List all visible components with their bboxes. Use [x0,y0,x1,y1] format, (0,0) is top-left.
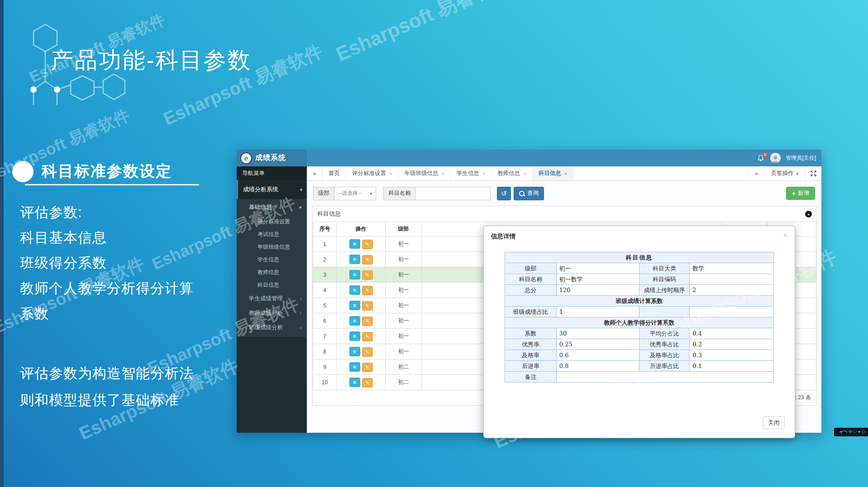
row-view-button[interactable]: ≡ [349,270,360,279]
slide-body-text-2: 评估参数为构造智能分析法则和模型提供了基础标准 [20,360,194,413]
tab-close-icon[interactable]: × [441,171,444,176]
add-button-label: 新增 [798,189,809,197]
tab-close-icon[interactable]: × [389,171,392,176]
cell-level: 初一 [386,267,422,283]
row-view-button[interactable]: ≡ [349,239,360,249]
sidebar-submenu: 基础信息 ▾ 评分标准设置考试信息年级班级信息学生信息教师信息科目信息 学生成绩… [237,199,307,337]
plus-icon: + [792,190,796,197]
chevron-down-icon: ▾ [370,191,372,196]
row-view-button[interactable]: ≡ [349,362,360,372]
row-edit-button[interactable]: ✎ [362,301,373,311]
row-edit-button[interactable]: ✎ [362,317,373,326]
detail-row: 优秀率0.25优秀率占比0.2 [505,339,774,350]
level-filter-group: 级部 --请选择-- ▾ [313,187,376,200]
tab-operations-label: 页签操作 [771,170,793,177]
sidebar-item-score-analysis-system[interactable]: 成绩分析系统 ▾ [237,180,307,199]
row-view-button[interactable]: ≡ [349,285,360,295]
cell-level: 初一 [386,344,422,359]
detail-row: 级部初一科目大类数学 [505,263,774,274]
sidebar-subitem-学生信息[interactable]: 学生信息 [237,253,307,266]
row-view-button[interactable]: ≡ [349,316,360,326]
tab-bar: « 首页评分标准设置×年级班级信息×学生信息×教师信息×科目信息× » 页签操作… [307,166,821,181]
detail-label: 系数 [505,328,557,339]
detail-label: 后进率占比 [639,361,690,372]
tab-label: 学生信息 [457,170,479,177]
tab-教师信息[interactable]: 教师信息× [491,166,532,180]
fullscreen-button[interactable] [805,166,821,180]
sidebar-subitem-评分标准设置[interactable]: 评分标准设置 [237,215,307,228]
row-view-button[interactable]: ≡ [349,378,360,387]
sidebar-group-label: 基础信息 [249,203,272,211]
row-edit-button[interactable]: ✎ [362,255,373,265]
row-edit-button[interactable]: ✎ [362,286,373,295]
sidebar-item-basic-info[interactable]: 基础信息 ▾ [237,199,307,215]
sidebar-subitem-年级班级信息[interactable]: 年级班级信息 [237,241,307,253]
detail-section-header: 班级成绩计算系数 [505,296,774,307]
tab-operations-dropdown[interactable]: 页签操作 ▾ [764,166,805,180]
cell-level: 初一 [386,329,422,344]
collapse-panel-icon[interactable]: ▲ [805,211,812,217]
row-edit-button[interactable]: ✎ [362,270,373,280]
row-edit-button[interactable]: ✎ [362,240,373,249]
vendor-logo: 中♡✦◎ [834,428,868,436]
slide: 产品功能-科目参数 科目标准参数设定 评估参数:科目基本信息班级得分系数教师个人… [0,0,868,487]
tab-评分标准设置[interactable]: 评分标准设置× [346,166,398,180]
cell-level: 初一 [386,298,422,313]
row-edit-button[interactable]: ✎ [362,347,373,357]
row-view-button[interactable]: ≡ [349,255,360,264]
close-icon[interactable]: × [783,232,787,239]
detail-table-title: 科目信息 [505,252,774,263]
tab-close-icon[interactable]: × [482,171,485,176]
app-logo[interactable]: e 成绩系统 [237,150,307,166]
body-line: 班级得分系数 [20,251,194,276]
detail-label: 备注 [505,372,557,383]
detail-label: 总分 [505,285,557,296]
tab-label: 科目信息 [539,170,561,177]
subject-name-input[interactable] [416,187,491,200]
close-button[interactable]: 关闭 [763,416,785,429]
sidebar-item-班级成绩分析[interactable]: 班级成绩分析‹ [237,320,307,335]
detail-value: 0.6 [556,350,639,361]
tab-close-icon[interactable]: × [523,171,526,176]
add-button[interactable]: + 新增 [786,187,815,200]
row-edit-button[interactable]: ✎ [362,363,373,372]
main-content: « 首页评分标准设置×年级班级信息×学生信息×教师信息×科目信息× » 页签操作… [307,166,821,433]
chevron-down-icon: ▾ [300,187,302,192]
tab-首页[interactable]: 首页 [323,166,346,180]
tabs-scroll-left-button[interactable]: « [307,166,323,180]
tab-label: 年级班级信息 [404,170,438,177]
level-filter-label: 级部 [313,187,334,200]
cell-operations: ≡✎ [337,283,386,298]
cell-level: 初一 [386,236,422,252]
tab-close-icon[interactable]: × [564,171,567,176]
row-edit-button[interactable]: ✎ [362,378,373,388]
sidebar-subitem-考试信息[interactable]: 考试信息 [237,228,307,241]
detail-value: 初一数学 [556,274,639,285]
cell-operations: ≡✎ [337,329,386,344]
tab-科目信息[interactable]: 科目信息× [533,166,573,180]
avatar[interactable] [770,153,781,163]
row-view-button[interactable]: ≡ [349,301,360,310]
logged-in-user[interactable]: 管理员[主任] [786,154,816,162]
cell-operations: ≡✎ [337,344,386,359]
row-view-button[interactable]: ≡ [349,347,360,356]
tabbar-right-tools: » 页签操作 ▾ [748,166,821,180]
tab-学生信息[interactable]: 学生信息× [451,166,491,180]
query-button[interactable]: 查询 [514,187,544,200]
search-icon [519,191,525,196]
notifications-button[interactable]: 0 [757,154,765,162]
sidebar-item-学生成绩管理[interactable]: 学生成绩管理‹ [237,291,307,306]
level-select[interactable]: --请选择-- ▾ [334,187,376,200]
reset-button[interactable]: ↺ [497,187,511,200]
sidebar-subitem-科目信息[interactable]: 科目信息 [237,279,307,291]
tabs-scroll-right-button[interactable]: » [748,166,764,180]
chevron-down-icon: ▾ [299,205,301,210]
sidebar-item-教师成绩分析[interactable]: 教师成绩分析‹ [237,306,307,320]
user-icon [771,155,780,163]
detail-value: 1 [556,307,639,317]
tab-年级班级信息[interactable]: 年级班级信息× [398,166,450,180]
cell-operations: ≡✎ [337,236,386,252]
sidebar-subitem-教师信息[interactable]: 教师信息 [237,266,307,279]
row-view-button[interactable]: ≡ [349,331,360,341]
row-edit-button[interactable]: ✎ [362,332,373,341]
